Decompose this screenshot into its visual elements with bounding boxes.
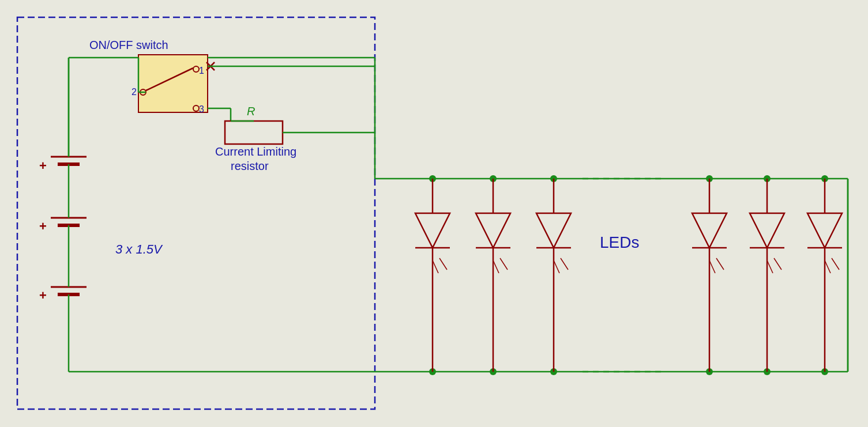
svg-text:+: + xyxy=(39,219,47,233)
battery-voltage-label: 3 x 1.5V xyxy=(115,242,163,256)
leds-label: LEDs xyxy=(600,233,639,251)
resistor-label: R xyxy=(247,105,255,118)
svg-rect-15 xyxy=(138,55,208,112)
svg-text:3: 3 xyxy=(199,104,204,114)
current-limiting-label-line1: Current Limiting xyxy=(215,145,296,158)
svg-text:+: + xyxy=(39,158,47,173)
svg-text:+: + xyxy=(39,288,47,303)
svg-text:1: 1 xyxy=(199,66,204,75)
switch-label: ON/OFF switch xyxy=(89,39,168,51)
current-limiting-label-line2: resistor xyxy=(231,160,269,172)
svg-text:2: 2 xyxy=(131,87,137,97)
